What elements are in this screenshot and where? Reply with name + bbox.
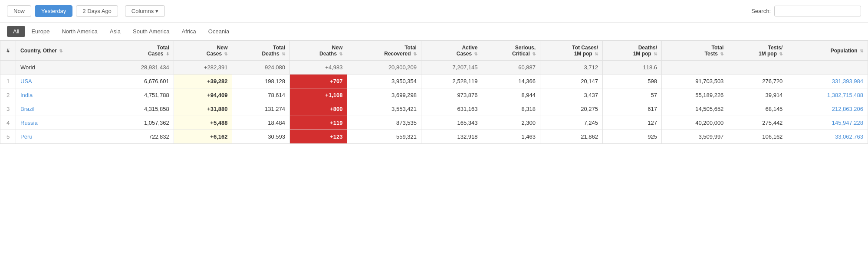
col-tot-cases-1m[interactable]: Tot Cases/1M pop ⇅ [540, 41, 603, 61]
row-tot-cases-1m: 3,437 [540, 88, 603, 102]
world-label: World [16, 61, 107, 75]
table-row: 4 Russia 1,057,362 +5,488 18,484 +119 87… [0, 116, 868, 130]
row-deaths-1m: 598 [603, 75, 662, 88]
search-label: Search: [751, 8, 771, 14]
sort-icon-total-tests: ⇅ [720, 52, 723, 56]
row-new-deaths: +707 [289, 75, 347, 88]
table-header-row: # Country, Other ⇅ TotalCases ⬇ NewCases… [0, 41, 868, 61]
row-new-deaths: +123 [289, 130, 347, 144]
population-link[interactable]: 212,863,206 [832, 106, 863, 112]
col-total-cases[interactable]: TotalCases ⬇ [107, 41, 174, 61]
two-days-ago-button[interactable]: 2 Days Ago [76, 5, 118, 17]
row-num: 4 [0, 116, 16, 130]
col-population[interactable]: Population ⇅ [787, 41, 868, 61]
row-tot-cases-1m: 20,275 [540, 102, 603, 116]
row-total-cases: 4,751,788 [107, 88, 174, 102]
region-tab-africa[interactable]: Africa [176, 26, 202, 37]
world-row: World 28,931,434 +282,391 924,080 +4,983… [0, 61, 868, 75]
row-tests-1m: 68,145 [728, 102, 787, 116]
row-serious-critical: 14,366 [482, 75, 540, 88]
search-input[interactable] [774, 6, 861, 16]
sort-icon-total-cases: ⬇ [166, 52, 169, 56]
world-active-cases: 7,207,145 [421, 61, 482, 75]
population-link[interactable]: 331,393,984 [832, 78, 863, 84]
row-country: Brazil [16, 102, 107, 116]
columns-dropdown-button[interactable]: Columns ▾ [125, 5, 165, 17]
row-total-cases: 4,315,858 [107, 102, 174, 116]
table-row: 3 Brazil 4,315,858 +31,880 131,274 +800 … [0, 102, 868, 116]
col-tests-1m[interactable]: Tests/1M pop ⇅ [728, 41, 787, 61]
row-country: USA [16, 75, 107, 88]
sort-icon-population: ⇅ [860, 49, 863, 53]
world-serious-critical: 60,887 [482, 61, 540, 75]
row-active-cases: 165,343 [421, 116, 482, 130]
world-tests-1m [728, 61, 787, 75]
world-population [787, 61, 868, 75]
population-link[interactable]: 145,947,228 [832, 120, 863, 126]
sort-icon-country: ⇅ [59, 49, 62, 53]
sort-icon-total-deaths: ⇅ [282, 52, 285, 56]
row-total-cases: 722,832 [107, 130, 174, 144]
table-row: 2 India 4,751,788 +94,409 78,614 +1,108 … [0, 88, 868, 102]
row-serious-critical: 2,300 [482, 116, 540, 130]
row-total-deaths: 198,128 [232, 75, 289, 88]
now-button[interactable]: Now [7, 5, 31, 17]
country-link[interactable]: India [20, 92, 33, 98]
row-population: 33,062,763 [787, 130, 868, 144]
sort-icon-serious-critical: ⇅ [532, 52, 536, 56]
table-container: # Country, Other ⇅ TotalCases ⬇ NewCases… [0, 41, 868, 144]
row-total-cases: 6,676,601 [107, 75, 174, 88]
row-num: 1 [0, 75, 16, 88]
col-active-cases[interactable]: ActiveCases ⇅ [421, 41, 482, 61]
population-link[interactable]: 1,382,715,488 [827, 92, 863, 98]
col-total-deaths[interactable]: TotalDeaths ⇅ [232, 41, 289, 61]
row-new-cases: +39,282 [174, 75, 232, 88]
col-country[interactable]: Country, Other ⇅ [16, 41, 107, 61]
region-tab-oceania[interactable]: Oceania [202, 26, 235, 37]
region-tab-all[interactable]: All [7, 26, 25, 37]
row-tot-cases-1m: 20,147 [540, 75, 603, 88]
row-num: 3 [0, 102, 16, 116]
country-link[interactable]: Russia [20, 120, 38, 126]
region-tab-asia[interactable]: Asia [104, 26, 127, 37]
row-total-tests: 14,505,652 [662, 102, 728, 116]
row-serious-critical: 8,318 [482, 102, 540, 116]
col-total-tests[interactable]: TotalTests ⇅ [662, 41, 728, 61]
row-country: Peru [16, 130, 107, 144]
population-link[interactable]: 33,062,763 [835, 133, 863, 140]
world-deaths-1m: 118.6 [603, 61, 662, 75]
row-total-recovered: 873,535 [347, 116, 421, 130]
row-active-cases: 631,163 [421, 102, 482, 116]
sort-icon-active-cases: ⇅ [474, 52, 477, 56]
table-row: 5 Peru 722,832 +6,162 30,593 +123 559,32… [0, 130, 868, 144]
row-total-deaths: 30,593 [232, 130, 289, 144]
country-link[interactable]: USA [20, 78, 32, 84]
yesterday-button[interactable]: Yesterday [35, 5, 72, 17]
world-total-cases: 28,931,434 [107, 61, 174, 75]
row-total-deaths: 131,274 [232, 102, 289, 116]
row-deaths-1m: 57 [603, 88, 662, 102]
col-serious-critical[interactable]: Serious,Critical ⇅ [482, 41, 540, 61]
row-new-cases: +94,409 [174, 88, 232, 102]
col-new-cases[interactable]: NewCases ⇅ [174, 41, 232, 61]
row-total-recovered: 3,950,354 [347, 75, 421, 88]
world-total-deaths: 924,080 [232, 61, 289, 75]
row-num: 5 [0, 130, 16, 144]
col-new-deaths[interactable]: NewDeaths ⇅ [289, 41, 347, 61]
country-link[interactable]: Peru [20, 133, 32, 140]
region-tab-south-america[interactable]: South America [127, 26, 176, 37]
row-new-cases: +5,488 [174, 116, 232, 130]
country-link[interactable]: Brazil [20, 106, 35, 112]
region-tabs: All Europe North America Asia South Amer… [0, 23, 868, 41]
col-total-recovered[interactable]: TotalRecovered ⇅ [347, 41, 421, 61]
world-total-tests [662, 61, 728, 75]
world-new-cases: +282,391 [174, 61, 232, 75]
col-deaths-1m[interactable]: Deaths/1M pop ⇅ [603, 41, 662, 61]
row-total-tests: 91,703,503 [662, 75, 728, 88]
region-tab-europe[interactable]: Europe [25, 26, 56, 37]
region-tab-north-america[interactable]: North America [56, 26, 103, 37]
row-deaths-1m: 617 [603, 102, 662, 116]
row-serious-critical: 1,463 [482, 130, 540, 144]
world-total-recovered: 20,800,209 [347, 61, 421, 75]
row-total-cases: 1,057,362 [107, 116, 174, 130]
